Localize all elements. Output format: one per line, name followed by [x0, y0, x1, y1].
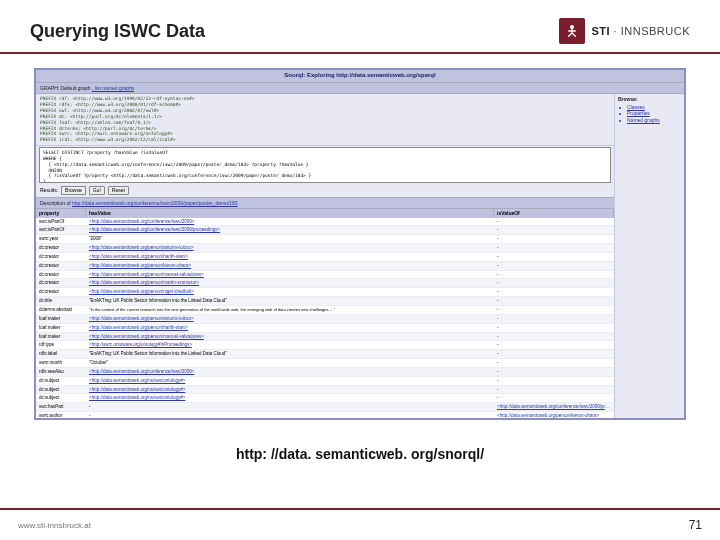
graph-bar: GRAPH: Default graph , list named graphs [36, 83, 684, 95]
sparql-query-textarea[interactable]: SELECT DISTINCT ?property ?hasValue ?isV… [39, 147, 611, 183]
format-select[interactable]: Browse [61, 186, 86, 195]
table-row: foaf:maker<http://data.semanticweb.org/p… [36, 315, 614, 324]
table-row: swc:isPartOf<http://data.semanticweb.org… [36, 226, 614, 235]
footer-rule [0, 508, 720, 510]
browse-sidebar: Browse: Classes Properties Named graphs [614, 94, 684, 418]
slide-title: Querying ISWC Data [30, 21, 205, 42]
page-number: 71 [689, 518, 702, 532]
snorql-title-bar: Snorql: Exploring http://data.semanticwe… [36, 70, 684, 83]
table-row: rdf:type<http://swrc.ontoware.org/ontolo… [36, 341, 614, 350]
logo-mark-icon [559, 18, 585, 44]
table-row: dc:subject<http://data.semanticweb.org/n… [36, 386, 614, 395]
table-row: rdfs:seeAlso<http://data.semanticweb.org… [36, 368, 614, 377]
table-row: dc:creator<http://data.semanticweb.org/p… [36, 271, 614, 280]
table-row: dc:creator<http://data.semanticweb.org/p… [36, 279, 614, 288]
go-button[interactable]: Go! [89, 186, 105, 195]
describe-bar: Description of http://data.semanticweb.o… [36, 197, 614, 210]
sti-logo: STI · INNSBRUCK [559, 18, 690, 44]
col-property: property [36, 209, 86, 218]
results-table: property hasValue isValueOf swc:isPartOf… [36, 209, 614, 418]
col-hasvalue: hasValue [86, 209, 494, 218]
table-row: dc:creator<http://data.semanticweb.org/p… [36, 288, 614, 297]
table-row: foaf:maker<http://data.semanticweb.org/p… [36, 333, 614, 342]
list-named-graphs-link[interactable]: , list named graphs [92, 85, 134, 91]
table-row: dc:subject<http://data.semanticweb.org/n… [36, 394, 614, 403]
table-row: swc:hasPart-<http://data.semanticweb.org… [36, 403, 614, 412]
table-row: dc:subject<http://data.semanticweb.org/n… [36, 377, 614, 386]
reset-button[interactable]: Reset [108, 186, 129, 195]
title-rule [0, 52, 720, 54]
footer-url: http: //data. semanticweb. org/snorql/ [0, 446, 720, 462]
logo-text: STI · INNSBRUCK [591, 25, 690, 37]
table-row: swc:isPartOf<http://data.semanticweb.org… [36, 218, 614, 227]
table-row: foaf:maker<http://data.semanticweb.org/p… [36, 324, 614, 333]
attribution: www.sti-innsbruck.at [18, 521, 91, 530]
table-row: dc:title"EnAKTing: UK Public Sector Info… [36, 297, 614, 306]
table-row: dc:creator<http://data.semanticweb.org/p… [36, 262, 614, 271]
snorql-screenshot: Snorql: Exploring http://data.semanticwe… [34, 68, 686, 420]
table-row: rdfs:label"EnAKTing: UK Public Sector In… [36, 350, 614, 359]
table-row: dc:creator<http://data.semanticweb.org/p… [36, 253, 614, 262]
table-row: swrc:month"October"- [36, 359, 614, 368]
browse-namedgraphs-link[interactable]: Named graphs [619, 117, 681, 124]
results-label: Results: [40, 187, 58, 194]
col-isvalueof: isValueOf [494, 209, 614, 218]
table-row: dcterms:abstract"In the context of the c… [36, 306, 614, 315]
table-row: swrc:author-<http://data.semanticweb.org… [36, 412, 614, 418]
prefix-declarations: PREFIX rdf: <http://www.w3.org/1999/02/2… [36, 94, 614, 146]
described-resource-link[interactable]: http://data.semanticweb.org/conference/i… [72, 200, 238, 206]
table-row: dc:creator<http://data.semanticweb.org/p… [36, 244, 614, 253]
table-row: swrc:year"2009"- [36, 235, 614, 244]
